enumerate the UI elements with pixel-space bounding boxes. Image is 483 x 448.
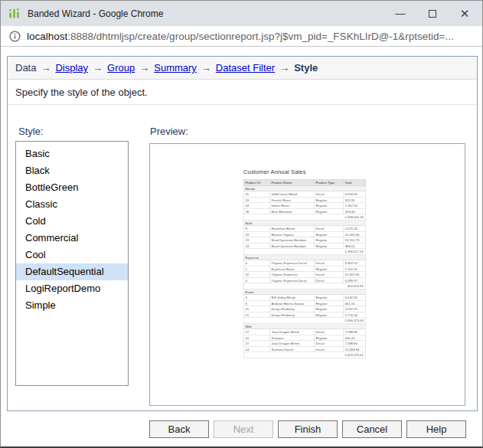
report-group-name: Bold	[243, 220, 365, 226]
report-column-header: Product ID	[243, 180, 269, 186]
report-detail-row: 24Italian RoastRegular1,367.20	[243, 203, 365, 209]
style-list-item-cool[interactable]: Cool	[16, 247, 128, 263]
address-bar[interactable]: localhost:8888/dhtmljsp/create/group/sec…	[1, 26, 482, 47]
breadcrumb-item-display[interactable]: Display	[55, 62, 88, 74]
report-detail-row: 10Mexico OrganicRegular21,005.60	[243, 231, 365, 237]
report-group-total-row: 2,324,229.61	[243, 352, 365, 358]
report-cell: 21	[243, 306, 269, 312]
report-cell: 323.95	[343, 197, 365, 203]
style-list-item-cold[interactable]: Cold	[16, 213, 128, 230]
report-group-total-row: 2,096,373.40	[243, 318, 365, 324]
report-cell: 14	[243, 346, 269, 352]
minimize-button[interactable]: —	[384, 1, 416, 26]
cancel-button[interactable]: Cancel	[342, 420, 402, 438]
report-detail-row: 1Espresso RoastRegular7,110.16	[243, 266, 365, 272]
report-column-header: Product Name	[269, 180, 314, 186]
style-list-item-logireportdemo[interactable]: LogiReportDemo	[16, 280, 128, 297]
report-detail-row: 28Blue MountainRegular318.40	[243, 208, 365, 214]
report-cell: 2,097.95	[343, 306, 365, 312]
report-detail-row: 14Sumatra DecafDecaf12,684.84	[243, 346, 365, 352]
report-column-header: Product Type	[314, 180, 343, 186]
report-cell: Regular	[314, 300, 343, 306]
report-cell: Decaf	[314, 260, 343, 267]
report-cell: Kenya Peaberry	[269, 306, 314, 312]
report-cell: Brazil Ipanema Bourbon	[269, 243, 314, 249]
report-group-row: Bold	[243, 220, 365, 226]
instruction-text: Specify the style of the object.	[8, 80, 477, 105]
style-list[interactable]: BasicBlackBottleGreenClassicColdCommerci…	[15, 141, 129, 386]
report-cell: Brazil Ipanema Bourbon	[269, 237, 314, 244]
report-group-total-row: 1,038,500.40	[243, 214, 365, 221]
report-detail-row: 21Kenya PeaberryRegular2,750.30	[243, 312, 365, 318]
report-title: Customer Annual Sales	[243, 168, 367, 175]
style-list-item-black[interactable]: Black	[16, 162, 128, 179]
report-group-total: 2,096,373.40	[243, 318, 365, 324]
breadcrumb-arrow-icon: →	[201, 62, 211, 74]
report-cell: Decaf	[314, 191, 343, 198]
report-group-row: Espresso	[243, 254, 365, 260]
report-detail-row: 22Organic EspressoDecaf10,907.95	[243, 272, 365, 278]
style-list-item-bottlegreen[interactable]: BottleGreen	[16, 179, 128, 196]
report-group-row: Exotic	[243, 289, 365, 295]
report-cell: 21,005.60	[343, 231, 365, 237]
back-button[interactable]: Back	[149, 420, 209, 438]
close-button[interactable]: ✕	[449, 1, 481, 26]
report-cell: Blue Mountain	[269, 208, 314, 214]
finish-button[interactable]: Finish	[278, 420, 338, 438]
url-text: localhost:8888/dhtmljsp/create/group/sec…	[27, 31, 454, 42]
breadcrumb-item-group[interactable]: Group	[107, 62, 135, 74]
report-cell: 4	[243, 277, 269, 283]
style-list-item-classic[interactable]: Classic	[16, 196, 128, 213]
report-cell: 661.00	[343, 300, 365, 306]
maximize-button[interactable]	[416, 1, 449, 26]
report-cell: 2,075.36	[343, 226, 365, 232]
report-cell: 17	[243, 329, 269, 335]
report-preview: Customer Annual Sales Product IDProduct …	[243, 168, 367, 358]
banded-wizard-window: Banded Wizard - Google Chrome — ✕ localh…	[0, 0, 483, 448]
url-host: localhost	[27, 31, 67, 42]
report-cell: Breakfast Blend	[269, 226, 314, 232]
report-cell: Regular	[314, 266, 343, 272]
report-cell: Regular	[314, 306, 343, 312]
style-list-item-basic[interactable]: Basic	[16, 146, 128, 162]
report-cell: Regular	[314, 243, 343, 249]
report-cell: 21	[243, 312, 269, 318]
style-list-item-commercial[interactable]: Commercial	[16, 230, 128, 247]
report-cell: 3	[243, 295, 269, 301]
wizard-panel: Data→Display→Group→Summary→Dataset Filte…	[7, 56, 478, 411]
breadcrumb-item-dataset-filter[interactable]: Dataset Filter	[216, 62, 275, 74]
report-cell: Decaf	[314, 272, 343, 278]
report-cell: Organic Espresso Decaf	[269, 260, 314, 267]
report-cell: 10,907.95	[343, 272, 365, 278]
report-cell: Regular	[314, 208, 343, 214]
report-detail-row: 4Organic Espresso DecafDecaf3,402.52	[243, 260, 365, 267]
report-cell: 21	[243, 191, 269, 198]
maximize-icon	[429, 10, 436, 18]
report-cell: 7,588.80	[343, 329, 365, 335]
style-list-item-simple[interactable]: Simple	[16, 297, 128, 314]
report-detail-row: 8Breakfast BlendDecaf2,075.36	[243, 226, 365, 232]
logi-report-icon	[8, 7, 21, 20]
wizard-button-row: BackNextFinishCancelHelp	[149, 420, 466, 438]
report-detail-row: 3Rift Valley BlendRegular6,542.85	[243, 295, 365, 301]
breadcrumb-item-summary[interactable]: Summary	[154, 62, 197, 74]
page-info-icon[interactable]	[9, 31, 21, 42]
report-group-total: 1,796,017.91	[243, 249, 365, 255]
report-cell: Mexico Organic	[269, 231, 314, 237]
help-button[interactable]: Help	[406, 420, 466, 438]
report-cell: 6,503.60	[343, 191, 365, 198]
report-cell: 6	[243, 300, 269, 306]
report-header-row: Product IDProduct NameProduct TypeTotal	[243, 180, 365, 186]
preview-label: Preview:	[150, 126, 188, 137]
report-detail-row: 23French RoastRegular323.95	[243, 197, 365, 203]
report-group-name: Espresso	[243, 254, 365, 260]
report-detail-row: 13Brazil Ipanema BourbonRegular384.61	[243, 243, 365, 249]
report-cell: 2,750.30	[343, 312, 365, 318]
report-cell: 10	[243, 231, 269, 237]
report-cell: Regular	[314, 295, 343, 301]
report-cell: Regular	[314, 335, 343, 341]
report-detail-row: 10SumatraRegular266.20	[243, 335, 365, 341]
style-list-item-defaultsequential[interactable]: DefaultSequential	[16, 263, 128, 280]
report-group-name: Mild	[243, 323, 365, 329]
report-cell: Organic Espresso	[269, 272, 314, 278]
